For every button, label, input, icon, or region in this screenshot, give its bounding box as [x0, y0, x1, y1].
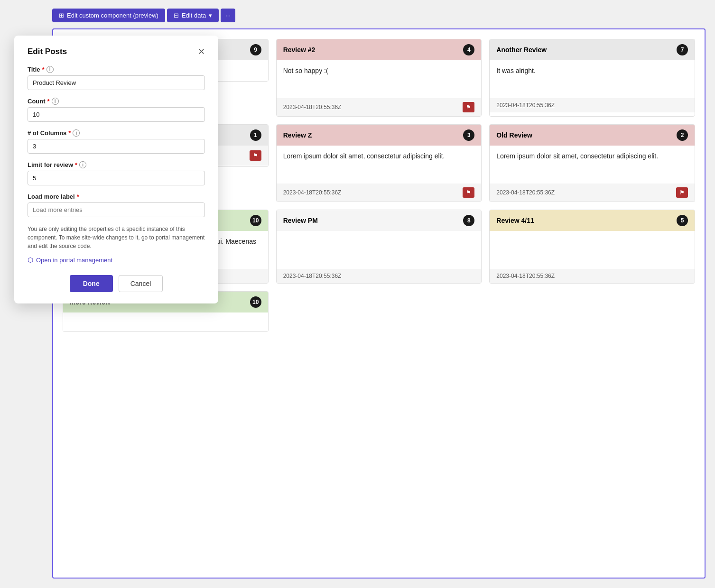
columns-input[interactable]	[28, 139, 205, 154]
modal-note: You are only editing the properties of a…	[28, 225, 205, 250]
partial-badge-top: 9	[250, 44, 261, 55]
card-footer: 2023-04-18T20:55:36Z ⚑	[490, 184, 695, 202]
load-more-input[interactable]	[28, 202, 205, 217]
count-label: Count * i	[28, 98, 205, 105]
title-input[interactable]	[28, 75, 205, 90]
card-title: Another Review	[496, 46, 547, 54]
card-footer: 2023-04-18T20:55:36Z	[490, 98, 695, 112]
columns-label: # of Columns * i	[28, 129, 205, 137]
grid-icon: ⊟	[174, 12, 179, 19]
modal-actions: Done Cancel	[28, 275, 205, 292]
component-icon: ⊞	[59, 12, 64, 19]
card-review-4-11: Review 4/11 5 2023-04-18T20:55:36Z	[489, 210, 695, 284]
card-badge: 7	[677, 44, 688, 55]
dots-label: ···	[225, 12, 231, 19]
card-body: Lorem ipsum dolor sit amet, consectetur …	[490, 146, 695, 184]
card-badge: 8	[463, 215, 474, 226]
card-badge: 3	[463, 129, 474, 141]
card-title: Review 4/11	[496, 217, 534, 224]
card-footer: 2023-04-18T20:55:36Z ⚑	[277, 98, 482, 116]
card-another-review: Another Review 7 It was alright. 2023-04…	[489, 39, 695, 117]
more-options-button[interactable]: ···	[221, 9, 235, 22]
card-timestamp: 2023-04-18T20:55:36Z	[496, 189, 555, 196]
card-badge: 10	[250, 296, 261, 308]
card-timestamp: 2023-04-18T20:55:36Z	[283, 273, 342, 279]
flag-button[interactable]: ⚑	[463, 187, 474, 198]
card-body	[277, 231, 482, 269]
portal-link-label: Open in portal management	[36, 257, 112, 264]
edit-posts-modal: Edit Posts ✕ Title * i Count * i # of Co…	[14, 36, 218, 303]
card-review-pm: Review PM 8 2023-04-18T20:55:36Z	[276, 210, 482, 284]
edit-component-button[interactable]: ⊞ Edit custom component (preview)	[52, 9, 165, 22]
limit-label: Limit for review * i	[28, 161, 205, 168]
flag-button-partial[interactable]: ⚑	[250, 150, 261, 161]
edit-data-label: Edit data	[182, 12, 206, 19]
modal-close-button[interactable]: ✕	[198, 47, 205, 56]
portal-management-link[interactable]: ⬡ Open in portal management	[28, 256, 205, 264]
card-badge: 5	[677, 215, 688, 226]
card-badge: 10	[250, 215, 261, 226]
card-footer: 2023-04-18T20:55:36Z	[490, 269, 695, 283]
card-timestamp: 2023-04-18T20:55:36Z	[496, 273, 555, 279]
cancel-button[interactable]: Cancel	[119, 275, 163, 292]
count-input[interactable]	[28, 107, 205, 122]
card-old-review: Old Review 2 Lorem ipsum dolor sit amet,…	[489, 124, 695, 202]
card-timestamp: 2023-04-18T20:55:36Z	[283, 189, 342, 196]
edit-component-label: Edit custom component (preview)	[67, 12, 158, 19]
card-body: Lorem ipsum dolor sit amet, consectetur …	[277, 146, 482, 184]
toolbar: ⊞ Edit custom component (preview) ⊟ Edit…	[52, 9, 235, 22]
load-more-label: Load more label *	[28, 193, 205, 200]
card-body	[490, 231, 695, 269]
card-footer: 2023-04-18T20:55:36Z ⚑	[277, 184, 482, 202]
card-title: Review Z	[283, 131, 312, 139]
card-title: Review PM	[283, 217, 318, 224]
load-more-field-group: Load more label *	[28, 193, 205, 217]
chevron-down-icon: ▾	[209, 12, 212, 19]
card-review-2: Review #2 4 Not so happy :( 2023-04-18T2…	[276, 39, 482, 117]
title-field-group: Title * i	[28, 66, 205, 90]
flag-button[interactable]: ⚑	[676, 187, 688, 198]
count-info-icon: i	[52, 98, 59, 105]
partial-badge-2: 1	[250, 129, 261, 141]
card-body: Not so happy :(	[277, 60, 482, 98]
card-review-z: Review Z 3 Lorem ipsum dolor sit amet, c…	[276, 124, 482, 202]
count-field-group: Count * i	[28, 98, 205, 122]
modal-title: Edit Posts	[28, 47, 67, 56]
columns-info-icon: i	[73, 129, 80, 137]
done-button[interactable]: Done	[70, 275, 113, 292]
edit-data-button[interactable]: ⊟ Edit data ▾	[167, 9, 219, 22]
title-info-icon: i	[46, 66, 54, 73]
card-footer: 2023-04-18T20:55:36Z	[277, 269, 482, 283]
card-badge: 4	[463, 44, 474, 55]
modal-header: Edit Posts ✕	[28, 47, 205, 56]
limit-field-group: Limit for review * i	[28, 161, 205, 185]
card-title: Review #2	[283, 46, 316, 54]
card-timestamp: 2023-04-18T20:55:36Z	[496, 102, 555, 109]
card-body	[63, 312, 268, 331]
limit-input[interactable]	[28, 171, 205, 185]
card-title: Old Review	[496, 131, 532, 139]
limit-info-icon: i	[79, 161, 86, 168]
card-body: It was alright.	[490, 60, 695, 98]
flag-button[interactable]: ⚑	[463, 102, 474, 112]
external-link-icon: ⬡	[28, 256, 33, 264]
card-badge: 2	[677, 129, 688, 141]
card-timestamp: 2023-04-18T20:55:36Z	[283, 104, 342, 110]
columns-field-group: # of Columns * i	[28, 129, 205, 154]
title-label: Title * i	[28, 66, 205, 73]
